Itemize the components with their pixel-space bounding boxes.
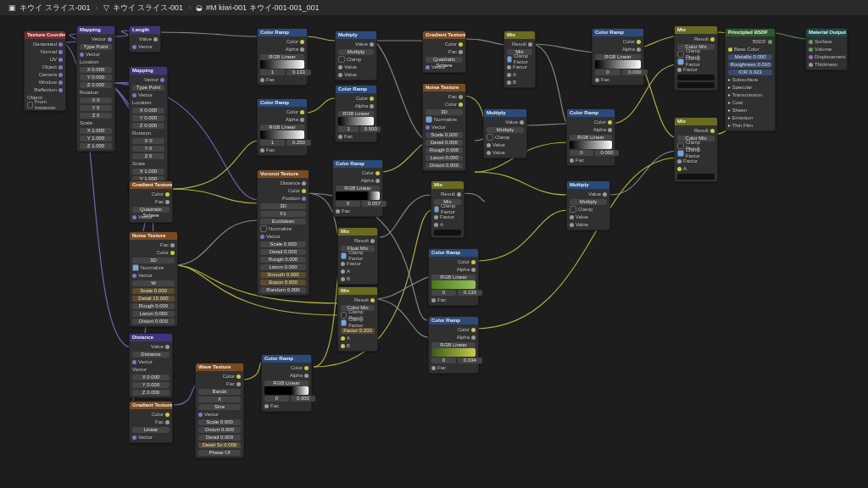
out-generated: Generated: [33, 42, 57, 47]
node-gradient-1[interactable]: Gradient Texture Color Fac Quadratic Sph…: [422, 30, 466, 73]
node-colorramp-7[interactable]: Color Ramp Color Alpha RGB Linear 00.000…: [261, 354, 312, 412]
breadcrumb-bar: ▣ キウイ スライス-001 › ▽ キウイ スライス-001 › ◒ #M k…: [0, 0, 868, 15]
node-title: Texture Coordinate: [25, 31, 65, 39]
node-voronoi[interactable]: Voronoi Texture Distance Color Position …: [257, 169, 309, 296]
node-distance[interactable]: Distance Value Distance Vector Vector X …: [129, 333, 173, 398]
node-colorramp-5[interactable]: Color Ramp Color Alpha RGB Linear 00.057…: [332, 159, 383, 217]
node-mapping-2[interactable]: Mapping Vector Type Point Vector Locatio…: [129, 66, 168, 192]
node-editor-canvas[interactable]: Texture Coordinate Generated Normal UV O…: [0, 15, 868, 488]
breadcrumb-sep: ›: [96, 3, 98, 13]
breadcrumb-mesh[interactable]: ▽ キウイ スライス-001: [103, 3, 184, 13]
node-multiply-2[interactable]: Multiply Value Multiply Clamp Value Valu…: [483, 108, 527, 158]
node-multiply-3[interactable]: Multiply Value Multiply Clamp Value Valu…: [566, 180, 610, 230]
node-colorramp-1[interactable]: Color Ramp Color Alpha RGB Linear 10.133…: [257, 28, 308, 86]
node-gradient-3[interactable]: Gradient Texture Color Fac Linear Vector: [129, 401, 173, 443]
chk-from-instancer[interactable]: [27, 102, 33, 108]
node-noise-2[interactable]: Noise Texture Fac Color 3D Normalize Vec…: [129, 231, 178, 327]
node-colorramp-yellow[interactable]: Color Ramp Color Alpha RGB Linear 00.034…: [428, 316, 479, 374]
node-texture-coordinate[interactable]: Texture Coordinate Generated Normal UV O…: [24, 30, 66, 111]
node-mix-2[interactable]: Mix Result Color Mix Clamp Result Clamp …: [674, 25, 718, 91]
ramp[interactable]: [260, 60, 304, 69]
node-mix-4[interactable]: Mix Result Color Mix Clamp Result Clamp …: [337, 286, 378, 352]
type-select[interactable]: Type Point: [80, 44, 112, 50]
node-title: Mapping: [77, 26, 114, 34]
breadcrumb-object[interactable]: ▣ キウイ スライス-001: [8, 3, 91, 13]
breadcrumb-material[interactable]: ◒ #M kiwi-001 キウイ-001-001_001: [196, 3, 320, 13]
node-mix-3[interactable]: Mix Result Float Mix Clamp Factor Factor…: [337, 227, 378, 285]
node-colorramp-4[interactable]: Color Ramp Color Alpha RGB Linear 00.000…: [592, 28, 644, 86]
node-noise-1[interactable]: Noise Texture Fac Color 3D Normalize Vec…: [422, 83, 466, 171]
node-colorramp-green[interactable]: Color Ramp Color Alpha RGB Linear 00.133…: [428, 248, 479, 306]
node-gradient-2[interactable]: Gradient Texture Color Fac Quadratic Sph…: [129, 180, 173, 223]
node-material-output[interactable]: Material Output Surface Volume Displacem…: [805, 28, 848, 70]
node-mix-5[interactable]: Mix Result Mix Clamp Factor Factor A: [431, 180, 465, 238]
node-colorramp-3[interactable]: Color Ramp Color Alpha RGB Linear 10.500…: [335, 85, 377, 142]
node-colorramp-2[interactable]: Color Ramp Color Alpha RGB Linear 10.250…: [257, 98, 308, 156]
node-mix-6[interactable]: Mix Result Color Mix Clamp Result Clamp …: [674, 117, 718, 182]
node-mapping-1[interactable]: Mapping Vector Type Point Vector Locatio…: [76, 25, 115, 152]
node-length[interactable]: Length Value Vector: [129, 25, 161, 53]
breadcrumb-sep: ›: [188, 3, 191, 13]
node-multiply-1[interactable]: Multiply Value Multiply Clamp Value Valu…: [335, 30, 377, 80]
node-wave[interactable]: Wave Texture Color Fac Bands X Sine Vect…: [195, 363, 244, 458]
node-colorramp-6[interactable]: Color Ramp Color Alpha RGB Linear 00.000…: [566, 108, 615, 166]
node-mix-1[interactable]: Mix Result Mix Clamp Factor Factor A B: [504, 30, 536, 88]
node-principled-bsdf[interactable]: Principled BSDF BSDF Base Color Metallic…: [725, 28, 776, 131]
